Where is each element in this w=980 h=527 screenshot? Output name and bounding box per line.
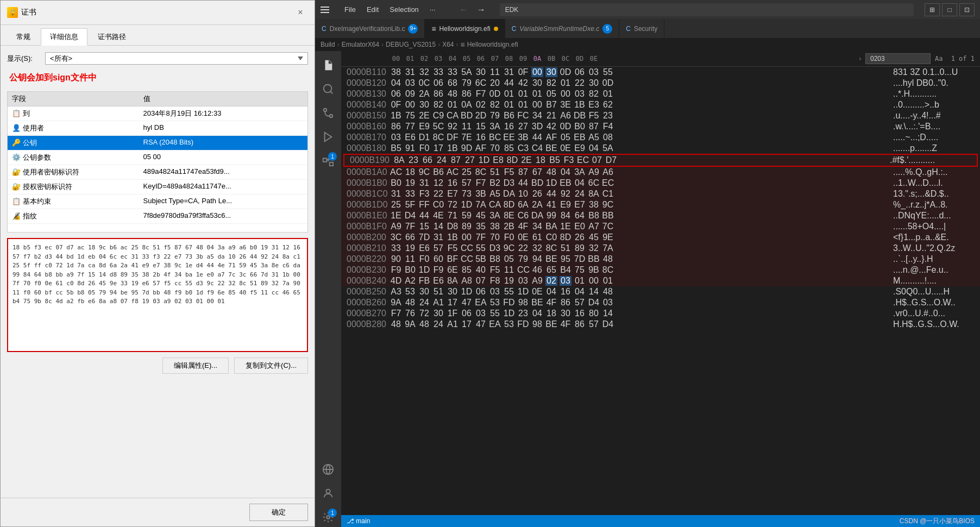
- hex-byte[interactable]: 07: [475, 276, 487, 286]
- hex-byte[interactable]: 06: [390, 89, 402, 99]
- hex-byte[interactable]: 7D: [574, 254, 586, 264]
- hex-byte[interactable]: FD: [517, 319, 529, 329]
- hex-byte[interactable]: 31: [418, 178, 430, 188]
- hex-byte[interactable]: BD: [531, 178, 543, 188]
- hex-byte[interactable]: 25: [390, 200, 402, 210]
- activity-account[interactable]: [318, 484, 338, 503]
- hex-byte[interactable]: C3: [517, 143, 529, 153]
- hex-byte[interactable]: F5: [503, 167, 515, 177]
- hex-byte[interactable]: 51: [432, 287, 444, 297]
- hex-byte[interactable]: D4: [588, 298, 600, 308]
- hex-byte[interactable]: 48: [602, 287, 614, 297]
- hex-byte[interactable]: B6: [503, 111, 515, 121]
- hex-byte[interactable]: C0: [545, 233, 557, 242]
- hex-byte[interactable]: 9C: [503, 243, 515, 253]
- hex-byte[interactable]: 38: [390, 67, 402, 77]
- hex-byte[interactable]: B2: [489, 178, 501, 188]
- menu-file[interactable]: File: [340, 3, 360, 16]
- hex-byte[interactable]: 03: [574, 89, 586, 99]
- hex-byte[interactable]: 7A: [602, 243, 614, 253]
- vscode-menu-icon[interactable]: [321, 7, 329, 13]
- hex-byte[interactable]: 79: [461, 78, 473, 88]
- hex-byte[interactable]: EA: [489, 319, 501, 329]
- hex-byte[interactable]: 03: [602, 298, 614, 308]
- hex-byte[interactable]: 30: [418, 100, 430, 110]
- hex-byte[interactable]: 7C: [602, 222, 614, 231]
- hex-byte[interactable]: 14: [588, 287, 600, 297]
- menu-more[interactable]: ···: [425, 3, 440, 16]
- hex-byte[interactable]: E6: [418, 243, 430, 253]
- hex-byte[interactable]: 33: [390, 243, 402, 253]
- hex-byte[interactable]: 47: [461, 298, 473, 308]
- hex-byte[interactable]: 89: [574, 243, 586, 253]
- hex-byte[interactable]: 48: [418, 319, 430, 329]
- hex-byte[interactable]: 51: [489, 167, 501, 177]
- hex-row[interactable]: 0000B11038313233335A3011310F00300D060355…: [341, 67, 980, 78]
- hex-byte[interactable]: F3: [418, 189, 430, 199]
- hex-byte[interactable]: 46: [531, 265, 543, 275]
- hex-byte[interactable]: BC: [489, 133, 501, 142]
- hex-byte[interactable]: 01: [602, 276, 614, 286]
- hex-byte[interactable]: 00: [404, 100, 416, 110]
- hex-byte[interactable]: 65: [545, 265, 557, 275]
- hex-byte[interactable]: 71: [447, 211, 458, 221]
- hex-byte[interactable]: 19: [503, 276, 515, 286]
- hex-byte[interactable]: 4E: [432, 211, 444, 221]
- hex-byte[interactable]: 10: [517, 189, 529, 199]
- hex-byte[interactable]: 30: [418, 287, 430, 297]
- hex-byte[interactable]: 7F: [404, 222, 416, 231]
- hex-byte[interactable]: 1B: [447, 233, 458, 242]
- hex-byte[interactable]: 38: [489, 222, 501, 231]
- hex-byte[interactable]: 18: [535, 155, 546, 165]
- hex-byte[interactable]: 27: [464, 155, 476, 165]
- hex-byte[interactable]: 79: [489, 111, 501, 121]
- display-select[interactable]: <所有>: [45, 52, 308, 65]
- hex-byte[interactable]: 66: [404, 233, 416, 242]
- hex-byte[interactable]: 01: [602, 89, 614, 99]
- hex-byte[interactable]: 23: [517, 309, 529, 318]
- hex-byte[interactable]: D8: [447, 222, 458, 231]
- hex-byte[interactable]: 22: [574, 78, 586, 88]
- hex-byte[interactable]: 0D: [560, 67, 571, 77]
- activity-extensions[interactable]: 1: [318, 151, 338, 171]
- hex-byte[interactable]: 0D: [602, 78, 614, 88]
- hex-byte[interactable]: AC: [447, 167, 458, 177]
- hex-byte[interactable]: 25: [461, 167, 473, 177]
- breadcrumb-emulator[interactable]: EmulatorX64: [342, 41, 379, 48]
- hex-byte[interactable]: 04: [545, 287, 557, 297]
- hex-byte[interactable]: 12: [432, 178, 444, 188]
- hex-byte[interactable]: 3E: [560, 100, 571, 110]
- hex-byte[interactable]: 72: [418, 309, 430, 318]
- hex-byte[interactable]: 41: [545, 200, 557, 210]
- hex-byte[interactable]: 98: [517, 298, 529, 308]
- hex-byte[interactable]: C9: [432, 111, 444, 121]
- hex-byte[interactable]: 24: [418, 298, 430, 308]
- hex-byte[interactable]: 1D: [517, 287, 529, 297]
- breadcrumb-build[interactable]: Build: [321, 41, 335, 48]
- hex-byte[interactable]: 30: [432, 309, 444, 318]
- hex-byte[interactable]: BE: [545, 319, 557, 329]
- hex-byte[interactable]: 06: [574, 67, 586, 77]
- hex-byte[interactable]: 17: [461, 319, 473, 329]
- hex-byte[interactable]: 34: [531, 222, 543, 231]
- hex-byte[interactable]: CA: [489, 200, 501, 210]
- hex-byte[interactable]: 5F: [404, 200, 416, 210]
- hex-row[interactable]: 0000B17003E6D18CDF7E16BCEE3B44AF05EBA508…: [341, 132, 980, 143]
- hex-byte[interactable]: 23: [602, 111, 614, 121]
- hex-byte[interactable]: 6C: [475, 78, 487, 88]
- hex-byte[interactable]: BD: [461, 111, 473, 121]
- hex-byte[interactable]: 03: [475, 309, 487, 318]
- hex-row[interactable]: 0000B250A3533051301D0603551D0E0416041448…: [341, 286, 980, 297]
- hex-byte[interactable]: 42: [517, 78, 529, 88]
- hex-byte[interactable]: 4F: [545, 298, 557, 308]
- hex-byte[interactable]: 91: [404, 143, 416, 153]
- hex-byte[interactable]: E3: [588, 100, 600, 110]
- cert-table-row[interactable]: 📋 基本约束 Subject Type=CA, Path Le...: [8, 195, 307, 209]
- hex-byte[interactable]: A1: [432, 298, 444, 308]
- layout-icon-3[interactable]: ⊡: [959, 3, 975, 16]
- hex-byte[interactable]: 01: [574, 276, 586, 286]
- cert-tab-path[interactable]: 证书路径: [89, 28, 135, 45]
- hex-byte[interactable]: 30: [475, 67, 487, 77]
- hex-byte[interactable]: D3: [503, 178, 515, 188]
- hex-byte[interactable]: 87: [588, 122, 600, 131]
